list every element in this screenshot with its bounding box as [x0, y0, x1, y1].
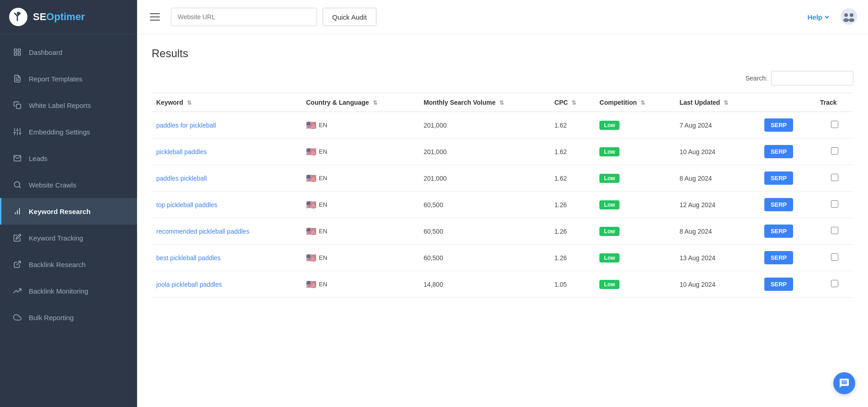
trending-up-icon — [12, 286, 22, 296]
serp-button[interactable]: SERP — [764, 225, 793, 238]
svg-point-24 — [844, 13, 848, 17]
grid-icon — [12, 47, 22, 57]
cell-serp: SERP — [760, 218, 815, 245]
cell-country: 🇺🇸 EN — [302, 218, 419, 245]
cell-cpc: 1.62 — [550, 165, 595, 192]
track-checkbox[interactable] — [831, 200, 838, 208]
search-bar: Search: — [152, 71, 853, 86]
sidebar-item-website-crawls[interactable]: Website Crawls — [0, 171, 137, 198]
cell-keyword: paddles pickleball — [152, 165, 302, 192]
bar-chart-icon — [12, 206, 22, 216]
table-row: pickleball paddles 🇺🇸 EN 201,000 1.62 Lo… — [152, 139, 853, 165]
col-country[interactable]: Country & Language ⇅ — [302, 93, 419, 112]
flag-icon: 🇺🇸 — [306, 173, 316, 183]
col-volume[interactable]: Monthly Search Volume ⇅ — [419, 93, 550, 112]
cell-updated: 10 Aug 2024 — [675, 139, 759, 165]
cell-volume: 201,000 — [419, 112, 550, 139]
file-text-icon — [12, 74, 22, 84]
cell-updated: 8 Aug 2024 — [675, 218, 759, 245]
quick-audit-button[interactable]: Quick Audit — [323, 8, 376, 26]
sidebar-item-keyword-tracking[interactable]: Keyword Tracking — [0, 225, 137, 251]
col-cpc[interactable]: CPC ⇅ — [550, 93, 595, 112]
cell-keyword: paddles for pickleball — [152, 112, 302, 139]
serp-button[interactable]: SERP — [764, 198, 793, 211]
url-input[interactable] — [171, 8, 317, 26]
sidebar-item-bulk-reporting[interactable]: Bulk Reporting — [0, 304, 137, 331]
col-updated[interactable]: Last Updated ⇅ — [675, 93, 759, 112]
cell-competition: Low — [595, 192, 675, 218]
sort-icon: ⇅ — [499, 100, 504, 106]
search-input[interactable] — [771, 71, 853, 86]
sidebar-item-label: Backlink Research — [29, 261, 85, 268]
serp-button[interactable]: SERP — [764, 278, 793, 291]
cell-volume: 14,800 — [419, 271, 550, 298]
competition-badge: Low — [599, 121, 619, 130]
sidebar-item-label: Backlink Monitoring — [29, 287, 88, 295]
sidebar-item-backlink-monitoring[interactable]: Backlink Monitoring — [0, 278, 137, 304]
sidebar-item-report-templates[interactable]: Report Templates — [0, 65, 137, 92]
col-competition[interactable]: Competition ⇅ — [595, 93, 675, 112]
sidebar-item-keyword-research[interactable]: Keyword Research — [0, 198, 137, 225]
cell-track — [815, 271, 853, 298]
serp-button[interactable]: SERP — [764, 251, 793, 264]
cell-keyword: top pickleball paddles — [152, 192, 302, 218]
track-checkbox[interactable] — [831, 253, 838, 261]
sidebar-item-label: Keyword Research — [29, 208, 90, 215]
cell-volume: 60,500 — [419, 218, 550, 245]
cell-competition: Low — [595, 139, 675, 165]
cell-updated: 7 Aug 2024 — [675, 112, 759, 139]
sidebar-item-embedding[interactable]: Embedding Settings — [0, 118, 137, 145]
logo: SEOptimer — [0, 0, 137, 34]
hamburger-button[interactable] — [148, 11, 162, 22]
results-table: Keyword ⇅Country & Language ⇅Monthly Sea… — [152, 93, 853, 298]
logo-text: SEOptimer — [33, 11, 85, 23]
col-keyword[interactable]: Keyword ⇅ — [152, 93, 302, 112]
chat-bubble[interactable] — [833, 372, 855, 394]
track-checkbox[interactable] — [831, 280, 838, 287]
cell-country: 🇺🇸 EN — [302, 245, 419, 271]
competition-badge: Low — [599, 227, 619, 236]
topbar: Quick Audit Help — [137, 0, 868, 34]
user-avatar-button[interactable] — [841, 8, 857, 26]
sidebar-item-dashboard[interactable]: Dashboard — [0, 39, 137, 65]
cell-serp: SERP — [760, 271, 815, 298]
track-checkbox[interactable] — [831, 147, 838, 155]
svg-rect-7 — [16, 104, 21, 109]
competition-badge: Low — [599, 174, 619, 183]
cell-keyword: best pickleball paddles — [152, 245, 302, 271]
competition-badge: Low — [599, 280, 619, 289]
cell-track — [815, 165, 853, 192]
table-row: paddles pickleball 🇺🇸 EN 201,000 1.62 Lo… — [152, 165, 853, 192]
competition-badge: Low — [599, 200, 619, 209]
cell-country: 🇺🇸 EN — [302, 271, 419, 298]
svg-line-18 — [19, 186, 20, 187]
external-link-icon — [12, 259, 22, 269]
sidebar: SEOptimer Dashboard Report Templates Whi… — [0, 0, 137, 407]
serp-button[interactable]: SERP — [764, 171, 793, 185]
flag-icon: 🇺🇸 — [306, 253, 316, 263]
svg-line-22 — [17, 261, 21, 265]
track-checkbox[interactable] — [831, 121, 838, 128]
cell-cpc: 1.26 — [550, 192, 595, 218]
svg-point-23 — [841, 8, 857, 25]
sidebar-item-label: Bulk Reporting — [29, 314, 74, 321]
flag-icon: 🇺🇸 — [306, 120, 316, 130]
serp-button[interactable]: SERP — [764, 145, 793, 158]
cell-country: 🇺🇸 EN — [302, 192, 419, 218]
sidebar-item-white-label[interactable]: White Label Reports — [0, 92, 137, 118]
sidebar-item-backlink-research[interactable]: Backlink Research — [0, 251, 137, 278]
svg-point-25 — [850, 13, 853, 17]
sidebar-item-label: Leads — [29, 155, 48, 162]
cell-track — [815, 112, 853, 139]
help-button[interactable]: Help — [807, 13, 830, 21]
cell-serp: SERP — [760, 245, 815, 271]
serp-button[interactable]: SERP — [764, 118, 793, 132]
mail-icon — [12, 153, 22, 163]
track-checkbox[interactable] — [831, 174, 838, 181]
track-checkbox[interactable] — [831, 227, 838, 234]
sort-icon: ⇅ — [724, 100, 728, 106]
cell-track — [815, 245, 853, 271]
sidebar-item-label: White Label Reports — [29, 102, 91, 109]
sidebar-item-leads[interactable]: Leads — [0, 145, 137, 171]
results-title: Results — [152, 47, 853, 60]
